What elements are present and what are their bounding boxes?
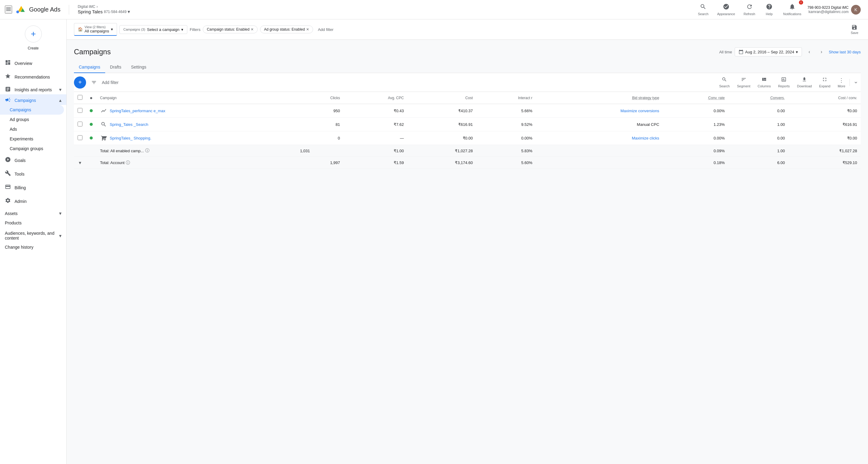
help-nav-button[interactable]: Help bbox=[760, 1, 778, 18]
toolbar-reports-button[interactable]: Reports bbox=[775, 76, 793, 89]
campaign-link-row2[interactable]: Spring_Tales _Search bbox=[110, 122, 148, 127]
sidebar-item-ad-groups[interactable]: Ad groups bbox=[0, 115, 66, 124]
th-cost[interactable]: Cost bbox=[407, 92, 476, 104]
tab-campaigns[interactable]: Campaigns bbox=[74, 62, 105, 73]
sidebar-item-campaigns-sub[interactable]: Campaigns bbox=[0, 105, 64, 115]
menu-icon[interactable] bbox=[5, 5, 12, 13]
date-next-button[interactable]: › bbox=[816, 47, 826, 57]
tab-drafts[interactable]: Drafts bbox=[105, 62, 126, 73]
total-account-collapse[interactable]: ▾ bbox=[74, 157, 86, 169]
main-content: 🏠 View (2 filters) All campaigns ▾ Campa… bbox=[67, 20, 868, 464]
add-filter-chip[interactable]: Add filter bbox=[315, 26, 336, 33]
th-conv-rate[interactable]: Conv. rate bbox=[663, 92, 728, 104]
campaign-select-chevron: ▾ bbox=[181, 27, 183, 32]
search-nav-button[interactable]: Search bbox=[694, 1, 712, 18]
sidebar: Create Overview Recommendations bbox=[0, 20, 67, 464]
sidebar-item-insights[interactable]: Insights and reports ▾ bbox=[0, 84, 66, 94]
table-wrapper: ● Campaign Clicks Avg. CPC bbox=[74, 92, 861, 169]
campaign-status-chip[interactable]: Campaign status: Enabled ✕ bbox=[203, 26, 258, 33]
th-conversions[interactable]: Convers. bbox=[728, 92, 788, 104]
sidebar-item-overview[interactable]: Overview bbox=[0, 56, 64, 70]
sidebar-item-experiments[interactable]: Experiments bbox=[0, 134, 66, 144]
account-selector[interactable]: Digital iMC › Spring Tales 871-584-4649 … bbox=[78, 4, 130, 14]
campaign-link-row1[interactable]: SpringTales_performanc e_max bbox=[110, 109, 165, 113]
total-account-avg-cpc: ₹1.59 bbox=[344, 157, 408, 169]
th-cost-conv[interactable]: Cost / conv. bbox=[788, 92, 861, 104]
row1-bid-strategy[interactable]: Maximize conversions bbox=[536, 104, 663, 118]
add-campaign-button[interactable]: + bbox=[74, 77, 86, 89]
chip-close-icon-2[interactable]: ✕ bbox=[306, 27, 309, 32]
user-menu[interactable]: 798-903-9223 Digital iMC kamran@digitali… bbox=[805, 4, 863, 16]
view-filter-dropdown[interactable]: 🏠 View (2 filters) All campaigns ▾ bbox=[74, 23, 117, 36]
status-dot-green-3 bbox=[90, 137, 93, 140]
total-account-info-icon[interactable]: ⓘ bbox=[126, 160, 130, 166]
filter-icon-button[interactable] bbox=[89, 77, 99, 88]
sidebar-item-audiences[interactable]: Audiences, keywords, and content ▾ bbox=[0, 228, 66, 242]
sidebar-item-products[interactable]: Products bbox=[0, 218, 64, 228]
row1-checkbox[interactable] bbox=[74, 104, 86, 118]
sidebar-item-ads[interactable]: Ads bbox=[0, 124, 66, 134]
appearance-nav-button[interactable]: Appearance bbox=[713, 1, 739, 18]
total-enabled-info-icon[interactable]: ⓘ bbox=[145, 148, 149, 153]
th-avg-cpc[interactable]: Avg. CPC bbox=[344, 92, 408, 104]
date-picker[interactable]: Aug 2, 2016 – Sep 22, 2024 ▾ bbox=[735, 47, 802, 56]
toolbar-segment-button[interactable]: Segment bbox=[734, 76, 753, 89]
total-account-cost: ₹3,174.60 bbox=[407, 157, 476, 169]
th-interact[interactable]: Interact r bbox=[476, 92, 536, 104]
campaign-select-dropdown[interactable]: Campaigns (3) Select a campaign ▾ bbox=[119, 25, 187, 34]
campaign-link-row3[interactable]: SpringTales_ Shopping. bbox=[110, 136, 151, 140]
toolbar-expand-button[interactable]: Expand bbox=[816, 76, 833, 89]
filters-label: Filters bbox=[190, 27, 200, 32]
notifications-nav-button[interactable]: ! Notifications bbox=[779, 1, 805, 18]
sidebar-item-assets[interactable]: Assets ▾ bbox=[0, 208, 66, 218]
sidebar-item-goals[interactable]: Goals bbox=[0, 153, 64, 167]
app-title: Google Ads bbox=[29, 6, 60, 13]
row3-cost: ₹0.00 bbox=[407, 131, 476, 145]
refresh-nav-button[interactable]: Refresh bbox=[740, 1, 759, 18]
collapse-row-icon[interactable]: ▾ bbox=[79, 160, 81, 165]
select-all-checkbox[interactable] bbox=[78, 95, 83, 100]
campaign-icon-shopping bbox=[100, 134, 107, 142]
ad-group-status-chip[interactable]: Ad group status: Enabled ✕ bbox=[260, 26, 313, 33]
user-email: kamran@digitalimrc.com bbox=[807, 10, 848, 14]
refresh-nav-label: Refresh bbox=[743, 12, 755, 16]
toolbar-search-button[interactable]: Search bbox=[716, 76, 733, 89]
sidebar-item-campaign-groups[interactable]: Campaign groups bbox=[0, 144, 66, 153]
date-prev-button[interactable]: ‹ bbox=[804, 47, 814, 57]
collapse-button[interactable] bbox=[851, 78, 861, 87]
view-filter-chevron: ▾ bbox=[111, 27, 113, 32]
th-clicks[interactable]: Clicks bbox=[297, 92, 344, 104]
row2-checkbox[interactable] bbox=[74, 118, 86, 131]
create-button[interactable] bbox=[25, 26, 42, 42]
sidebar-item-tools[interactable]: Tools bbox=[0, 167, 64, 181]
toolbar-more-icon: ⋮ bbox=[839, 77, 844, 84]
total-account-bid-strategy bbox=[536, 157, 663, 169]
row3-bid-strategy[interactable]: Maximize clicks bbox=[536, 131, 663, 145]
campaign-icon-search bbox=[100, 121, 107, 128]
sidebar-item-change-history[interactable]: Change history bbox=[0, 242, 64, 253]
toolbar-more-button[interactable]: ⋮ More bbox=[835, 76, 848, 89]
table-row: Spring_Tales _Search 81 ₹7.62 ₹616.91 9.… bbox=[74, 118, 861, 131]
sidebar-item-overview-label: Overview bbox=[14, 61, 32, 66]
show-last-30-button[interactable]: Show last 30 days bbox=[829, 50, 861, 54]
tab-settings[interactable]: Settings bbox=[126, 62, 151, 73]
th-campaign[interactable]: Campaign bbox=[96, 92, 297, 104]
toolbar-columns-button[interactable]: Columns bbox=[755, 76, 774, 89]
sidebar-section-campaigns[interactable]: Campaigns ▴ bbox=[0, 94, 66, 105]
home-icon: 🏠 bbox=[78, 27, 83, 32]
save-button[interactable]: Save bbox=[848, 23, 861, 36]
sidebar-item-recommendations[interactable]: Recommendations bbox=[0, 70, 64, 84]
row3-conversions: 0.00 bbox=[728, 131, 788, 145]
sidebar-item-admin[interactable]: Admin bbox=[0, 194, 64, 208]
chip-close-icon[interactable]: ✕ bbox=[251, 27, 254, 32]
th-bid-strategy[interactable]: Bid strategy type bbox=[536, 92, 663, 104]
sidebar-item-billing[interactable]: Billing bbox=[0, 181, 64, 194]
date-range-value: Aug 2, 2016 – Sep 22, 2024 bbox=[745, 50, 794, 54]
row2-clicks: 81 bbox=[297, 118, 344, 131]
row2-conversions: 1.00 bbox=[728, 118, 788, 131]
campaign-icon-perf-max bbox=[100, 107, 107, 114]
status-dot-green-2 bbox=[90, 123, 93, 126]
row3-checkbox[interactable] bbox=[74, 131, 86, 145]
toolbar-download-button[interactable]: Download bbox=[794, 76, 815, 89]
status-dot-green bbox=[90, 109, 93, 112]
